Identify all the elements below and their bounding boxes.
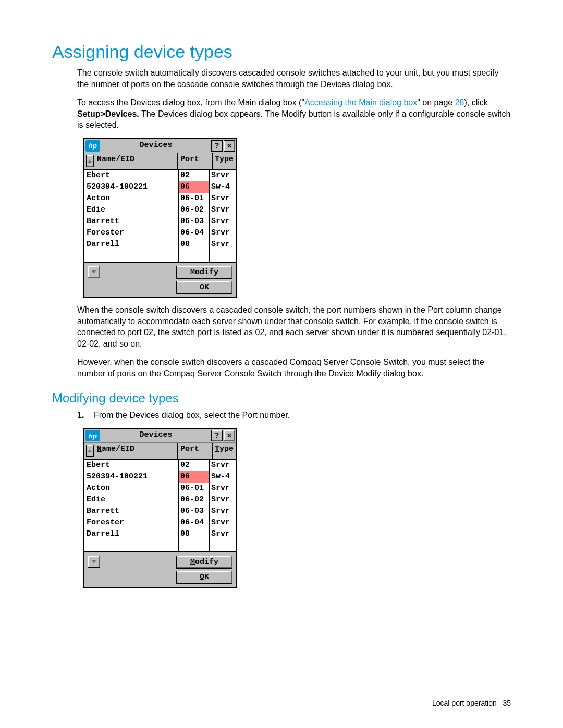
column-header-port[interactable]: Port xyxy=(177,443,212,459)
table-row[interactable]: 520394-10022106Sw-4 xyxy=(84,181,236,193)
ok-button[interactable]: OK xyxy=(176,281,232,294)
cross-reference-link[interactable]: Accessing the Main dialog box xyxy=(304,98,417,107)
section-heading: Assigning device types xyxy=(52,42,511,62)
scroll-down-button[interactable] xyxy=(88,266,100,278)
close-button[interactable] xyxy=(224,140,235,152)
cell-name: Barrett xyxy=(84,216,179,227)
page-footer: Local port operation 35 xyxy=(432,699,511,707)
cell-name: 520394-100221 xyxy=(84,181,179,193)
text: ype xyxy=(219,445,234,453)
modify-button[interactable]: Modify xyxy=(176,556,232,569)
column-header-type[interactable]: Type xyxy=(212,443,236,459)
cell-port: 06-02 xyxy=(179,204,210,216)
cell-port xyxy=(179,250,210,262)
dialog-titlebar: hp Devices xyxy=(84,139,236,153)
text: ype xyxy=(219,155,234,164)
table-row[interactable] xyxy=(84,250,236,262)
sort-button[interactable] xyxy=(86,445,94,457)
table-row[interactable]: Ebert02Srvr xyxy=(84,460,236,471)
text: ), click xyxy=(464,98,487,107)
cell-port: 06-04 xyxy=(179,227,210,239)
column-header-port[interactable]: Port xyxy=(177,153,212,169)
column-header-type[interactable]: Type xyxy=(212,153,236,169)
cell-port: 02 xyxy=(179,460,210,471)
table-row[interactable]: Acton06-01Srvr xyxy=(84,483,236,494)
table-row[interactable]: Forester06-04Srvr xyxy=(84,517,236,528)
table-row[interactable]: Darrell08Srvr xyxy=(84,528,236,540)
sort-button[interactable] xyxy=(86,155,94,167)
cell-type: Srvr xyxy=(210,193,236,204)
cell-name xyxy=(84,250,179,262)
table-row[interactable]: Edie06-02Srvr xyxy=(84,494,236,505)
table-row[interactable]: Darrell08Srvr xyxy=(84,239,236,250)
text: ame/EID xyxy=(102,445,134,453)
paragraph: The console switch automatically discove… xyxy=(52,67,511,90)
mnemonic: M xyxy=(190,558,195,566)
step-item: From the Devices dialog box, select the … xyxy=(77,410,511,421)
cell-type: Srvr xyxy=(210,170,236,181)
text: The Devices dialog box appears. The Modi… xyxy=(77,109,510,130)
paragraph: When the console switch discovers a casc… xyxy=(52,304,511,349)
menu-path: Setup>Devices. xyxy=(77,109,139,118)
column-header-name[interactable]: Name/EID xyxy=(95,153,177,169)
table-row[interactable]: Barrett06-03Srvr xyxy=(84,505,236,517)
cell-type: Sw-4 xyxy=(210,471,236,483)
dialog-title: Devices xyxy=(101,139,211,153)
mnemonic: O xyxy=(200,283,204,292)
mnemonic: T xyxy=(215,155,219,164)
cell-type: Srvr xyxy=(210,204,236,216)
device-grid: Ebert02Srvr520394-10022106Sw-4Acton06-01… xyxy=(84,170,236,262)
table-row[interactable]: Forester06-04Srvr xyxy=(84,227,236,239)
cell-port: 06-03 xyxy=(179,505,210,517)
cell-type: Sw-4 xyxy=(210,181,236,193)
cell-port: 06-04 xyxy=(179,517,210,528)
cell-type: Srvr xyxy=(210,517,236,528)
mnemonic: N xyxy=(97,155,102,164)
cell-type: Srvr xyxy=(210,528,236,540)
ok-button[interactable]: OK xyxy=(176,571,232,584)
cell-port: 06 xyxy=(179,471,210,483)
cell-type: Srvr xyxy=(210,505,236,517)
page-reference-link[interactable]: 28 xyxy=(455,98,464,107)
cell-type xyxy=(210,250,236,262)
dialog-title: Devices xyxy=(101,429,211,442)
modify-button[interactable]: Modify xyxy=(176,266,232,279)
cell-name: Acton xyxy=(84,483,179,494)
subsection-heading: Modifying device types xyxy=(52,391,511,405)
cell-name: 520394-100221 xyxy=(84,471,179,483)
footer-section-name: Local port operation xyxy=(432,699,497,707)
page-number: 35 xyxy=(503,699,511,707)
close-button[interactable] xyxy=(224,430,235,441)
scroll-down-button[interactable] xyxy=(88,556,100,568)
table-row[interactable]: Edie06-02Srvr xyxy=(84,204,236,216)
mnemonic: M xyxy=(190,268,195,277)
cell-type: Srvr xyxy=(210,494,236,505)
dialog-titlebar: hp Devices xyxy=(84,429,236,443)
cell-port: 06-02 xyxy=(179,494,210,505)
help-button[interactable] xyxy=(211,430,223,441)
mnemonic: N xyxy=(97,445,102,453)
cell-type: Srvr xyxy=(210,239,236,250)
devices-dialog-figure: hp Devices Name/EID Port Type Ebert02Srv… xyxy=(83,428,237,588)
cell-type: Srvr xyxy=(210,227,236,239)
cell-port: 06-03 xyxy=(179,216,210,227)
devices-dialog-figure: hp Devices Name/EID Port Type Ebert02Srv… xyxy=(83,138,237,298)
help-button[interactable] xyxy=(211,140,223,152)
table-row[interactable]: Acton06-01Srvr xyxy=(84,193,236,204)
cell-name: Ebert xyxy=(84,460,179,471)
column-headers: Name/EID Port Type xyxy=(84,443,236,460)
table-row[interactable]: 520394-10022106Sw-4 xyxy=(84,471,236,483)
cell-name: Acton xyxy=(84,193,179,204)
device-grid: Ebert02Srvr520394-10022106Sw-4Acton06-01… xyxy=(84,460,236,551)
cell-name: Forester xyxy=(84,227,179,239)
cell-port xyxy=(179,540,210,551)
table-row[interactable]: Barrett06-03Srvr xyxy=(84,216,236,227)
cell-port: 08 xyxy=(179,528,210,540)
cell-type: Srvr xyxy=(210,460,236,471)
cell-port: 06-01 xyxy=(179,193,210,204)
table-row[interactable]: Ebert02Srvr xyxy=(84,170,236,181)
cell-port: 06-01 xyxy=(179,483,210,494)
text: K xyxy=(204,283,209,292)
table-row[interactable] xyxy=(84,540,236,551)
column-header-name[interactable]: Name/EID xyxy=(95,443,177,459)
